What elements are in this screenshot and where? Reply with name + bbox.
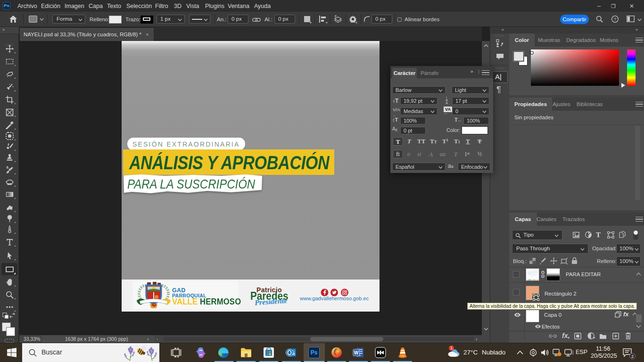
svg-text:W: W	[354, 350, 359, 355]
svg-text:?: ?	[614, 16, 616, 22]
